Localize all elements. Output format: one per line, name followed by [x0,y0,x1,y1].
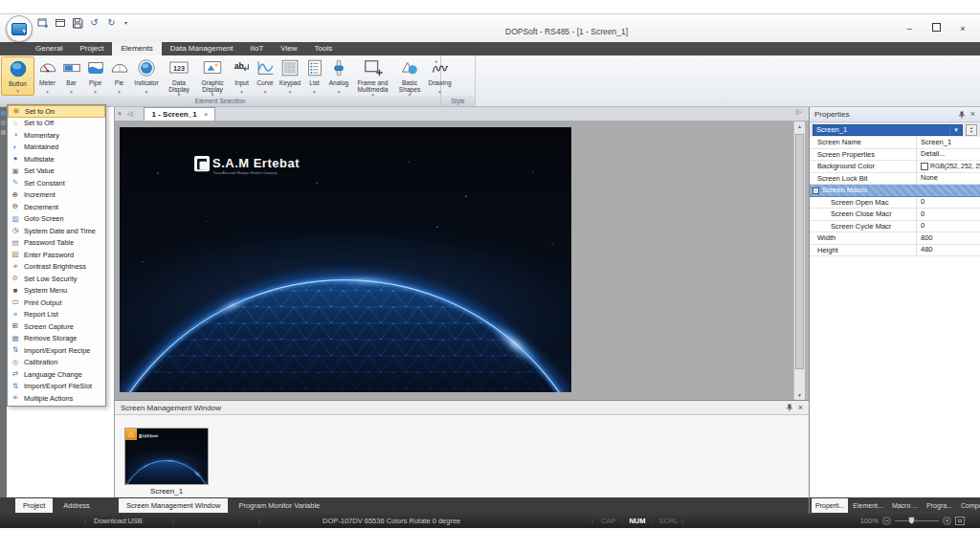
ribbon-item-indicator[interactable]: Indicator▾ [130,56,163,96]
menu-item-set-low-security[interactable]: ⊘Set Low Security [8,273,105,285]
close-pane-icon[interactable]: × [970,110,975,119]
design-canvas[interactable] [115,121,793,400]
screen-document-tab[interactable]: 1 - Screen_1 × [144,107,215,121]
property-value[interactable]: None [917,173,980,185]
menu-item-multiple-actions[interactable]: ✳Multiple Actions [8,392,105,405]
menu-item-increment[interactable]: ⊕Increment [8,189,105,202]
object-selector-dropdown[interactable]: Screen_1 ▼ [813,124,963,136]
spin-down-icon[interactable]: ▼ [969,130,973,134]
menu-item-set-to-on[interactable]: ◉Set to On [8,105,105,118]
ribbon-item-pie[interactable]: Pie▾ [108,56,130,96]
resize-grip-icon[interactable]: ⋰ [969,514,975,528]
ribbon-item-analog[interactable]: Analog▾ [325,56,352,96]
ribbon-item-frame-and-multimedia[interactable]: Frame and Multimedia▾ [352,56,393,96]
save-button[interactable] [71,16,83,29]
menu-tab-project[interactable]: Project [71,42,112,55]
menu-item-momentary[interactable]: ◑Momentary [8,129,105,142]
chevron-down-icon[interactable]: ▼ [949,125,962,135]
zoom-out-button[interactable]: − [882,517,891,525]
scroll-up-icon[interactable]: ▲ [794,123,805,129]
ribbon-item-input[interactable]: abInput▾ [230,56,254,96]
ribbon-item-data-display[interactable]: 123Data Display▾ [163,56,195,96]
menu-item-multistate[interactable]: ●Multistate [8,153,105,165]
tab-address[interactable]: Address [56,498,98,513]
fit-to-screen-button[interactable] [955,517,965,525]
tab-compo[interactable]: Compo... [957,498,980,513]
tab-program-monitor-variable[interactable]: Program Monitor Variable [231,498,327,513]
thumbnail-label[interactable]: Screen_1 [124,487,209,496]
menu-item-goto-screen[interactable]: ▥Goto Screen [8,213,105,226]
menu-tab-view[interactable]: View [272,42,305,55]
ribbon-item-list[interactable]: List▾ [303,56,325,96]
vertical-scrollbar[interactable]: ▲ ▼ [793,121,805,400]
screen-thumbnail[interactable]: ⌂ [124,428,209,485]
dropdown-caret-icon[interactable]: ▾ [16,89,19,95]
menu-tab-general[interactable]: General [27,42,71,55]
ribbon-item-curve[interactable]: Curve▾ [254,56,277,96]
menu-item-set-value[interactable]: ▣Set Value [8,165,105,178]
ribbon-item-graphic-display[interactable]: Graphic Display▾ [195,56,230,96]
tab-element[interactable]: Element... [849,498,887,513]
zoom-slider[interactable] [895,520,939,521]
menu-item-print-output[interactable]: ▭Print Output [8,297,105,309]
menu-item-enter-password[interactable]: ▧Enter Password [8,249,105,261]
ribbon-item-pipe[interactable]: Pipe▾ [82,56,108,96]
ribbon-item-keypad[interactable]: Keypad▾ [277,56,303,96]
tab-screen-management-window[interactable]: Screen Management Window [119,498,228,513]
property-value[interactable]: 800 [917,232,980,244]
tab-close-icon[interactable]: × [204,110,209,119]
menu-item-system-date-and-time[interactable]: ◷System Date and Time [8,225,105,237]
menu-item-password-table[interactable]: ▤Password Table [8,237,105,250]
menu-tab-iiot[interactable]: IIoT [242,42,273,55]
menu-item-remove-storage[interactable]: ▦Remove Storage [8,333,105,345]
collapse-icon[interactable]: − [813,187,819,194]
scroll-down-icon[interactable]: ▼ [794,392,805,398]
tab-project[interactable]: Project [15,498,53,513]
ribbon-item-bar[interactable]: Bar▾ [60,56,82,96]
property-value[interactable]: 0 [917,197,980,209]
menu-tab-tools[interactable]: Tools [306,42,342,55]
close-button[interactable]: × [955,23,970,34]
menu-item-language-change[interactable]: ⇄Language Change [8,368,105,381]
menu-tab-elements[interactable]: Elements [112,42,161,55]
property-value[interactable]: RGB(252, 252, 252) [917,161,980,172]
property-value[interactable]: 0 [917,221,980,232]
new-screen-button[interactable] [36,16,49,29]
maximize-button[interactable] [928,23,944,34]
pin-icon[interactable] [786,404,793,411]
hmi-screen[interactable] [120,127,571,392]
menu-item-calibration[interactable]: ◎Calibration [8,357,105,369]
close-document-icon[interactable]: × [115,107,124,121]
zoom-in-button[interactable]: + [943,517,951,525]
menu-item-system-menu[interactable]: ■System Menu [8,285,105,298]
open-project-button[interactable] [54,16,66,29]
menu-tab-data-management[interactable]: Data Management [162,42,242,55]
app-menu-button[interactable] [6,15,33,42]
zoom-slider-thumb[interactable] [908,517,915,524]
menu-item-import-export-fileslot[interactable]: ⇅Import/Export FileSlot [8,381,105,393]
undo-button[interactable]: ↺ [88,16,100,29]
redo-button[interactable]: ↻ [105,16,118,29]
scrollbar-thumb[interactable] [795,134,804,369]
property-value[interactable]: 0 [917,209,980,220]
menu-item-contrast-brightness[interactable]: ☀Contrast Brightness [8,261,105,274]
close-pane-icon[interactable]: × [798,404,803,412]
menu-item-set-constant[interactable]: ✎Set Constant [8,177,105,189]
scroll-tabs-left-icon[interactable]: ◁ [124,107,135,121]
property-value[interactable]: Detail... [917,149,980,161]
tab-properti[interactable]: Properti... [812,498,848,513]
tab-macro[interactable]: Macro ... [888,498,922,513]
menu-item-maintained[interactable]: ◐Maintained [8,142,105,154]
property-value[interactable]: Screen_1 [917,137,980,148]
ribbon-item-basic-shapes[interactable]: Basic Shapes▾ [393,56,426,96]
customize-toolbar-caret-icon[interactable]: ▾ [124,19,127,26]
minimize-button[interactable]: – [902,23,917,34]
ribbon-item-meter[interactable]: Meter▾ [34,56,60,96]
selector-spinner[interactable]: ▲▼ [966,124,977,136]
property-section-screen-macro[interactable]: −Screen Macro [810,185,980,197]
property-value[interactable]: 480 [917,245,980,256]
ribbon-item-button[interactable]: Button▾ [1,56,34,96]
menu-item-decrement[interactable]: ⊖Decrement [8,201,105,213]
scroll-tabs-right-icon[interactable]: ▷ [796,108,801,116]
menu-item-set-to-off[interactable]: ○Set to Off [8,118,105,130]
